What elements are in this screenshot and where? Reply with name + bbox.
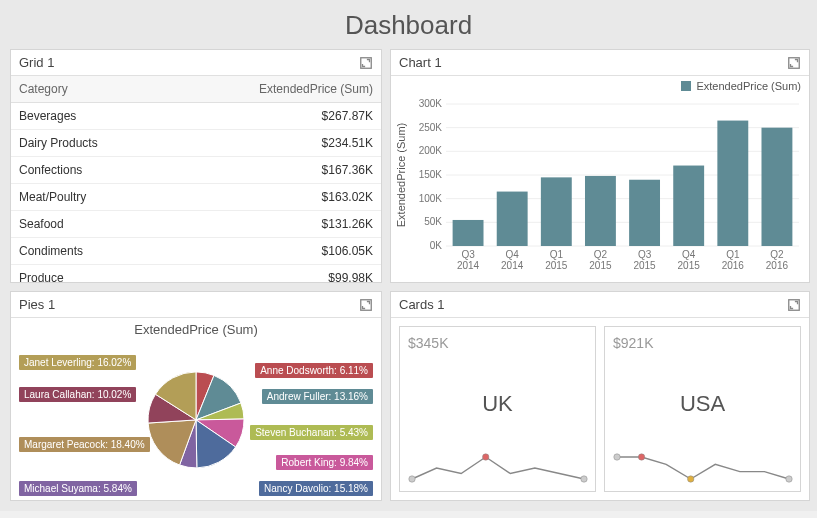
chart-panel: Chart 1 ExtendedPrice (Sum) 0K50K100K150… bbox=[390, 49, 810, 283]
svg-text:2015: 2015 bbox=[678, 260, 701, 271]
cell-value: $106.05K bbox=[167, 238, 381, 265]
svg-point-38 bbox=[614, 454, 620, 460]
bar[interactable] bbox=[541, 177, 572, 246]
svg-text:Q2: Q2 bbox=[594, 249, 608, 260]
sparkline bbox=[408, 453, 588, 483]
svg-text:Q1: Q1 bbox=[726, 249, 740, 260]
cell-value: $234.51K bbox=[167, 130, 381, 157]
bar[interactable] bbox=[717, 121, 748, 246]
pie-subtitle: ExtendedPrice (Sum) bbox=[11, 322, 381, 337]
grid-col-category[interactable]: Category bbox=[11, 76, 167, 103]
cell-category: Meat/Poultry bbox=[11, 184, 167, 211]
cell-category: Beverages bbox=[11, 103, 167, 130]
maximize-icon[interactable] bbox=[787, 298, 801, 312]
svg-text:100K: 100K bbox=[419, 193, 443, 204]
card[interactable]: $921KUSA bbox=[604, 326, 801, 492]
legend-label: ExtendedPrice (Sum) bbox=[696, 80, 801, 92]
card-value: $345K bbox=[408, 335, 587, 351]
card-value: $921K bbox=[613, 335, 792, 351]
svg-text:2014: 2014 bbox=[501, 260, 524, 271]
maximize-icon[interactable] bbox=[359, 56, 373, 70]
grid-title: Grid 1 bbox=[19, 55, 54, 70]
maximize-icon[interactable] bbox=[359, 298, 373, 312]
cell-value: $99.98K bbox=[167, 265, 381, 283]
svg-text:150K: 150K bbox=[419, 169, 443, 180]
svg-text:ExtendedPrice (Sum): ExtendedPrice (Sum) bbox=[395, 123, 407, 228]
svg-text:50K: 50K bbox=[424, 216, 442, 227]
table-row[interactable]: Confections$167.36K bbox=[11, 157, 381, 184]
chart-title: Chart 1 bbox=[399, 55, 442, 70]
cards-title: Cards 1 bbox=[399, 297, 445, 312]
svg-text:200K: 200K bbox=[419, 145, 443, 156]
maximize-icon[interactable] bbox=[787, 56, 801, 70]
cell-value: $131.26K bbox=[167, 211, 381, 238]
dashboard-title: Dashboard bbox=[0, 0, 817, 49]
cell-category: Condiments bbox=[11, 238, 167, 265]
svg-point-35 bbox=[409, 476, 415, 482]
bar[interactable] bbox=[761, 128, 792, 246]
svg-point-36 bbox=[483, 454, 489, 460]
pie-label: Anne Dodsworth: 6.11% bbox=[255, 363, 373, 378]
bar-chart: 0K50K100K150K200K250K300KExtendedPrice (… bbox=[391, 76, 809, 282]
card[interactable]: $345KUK bbox=[399, 326, 596, 492]
pie-label: Robert King: 9.84% bbox=[276, 455, 373, 470]
svg-text:250K: 250K bbox=[419, 122, 443, 133]
svg-point-40 bbox=[688, 476, 694, 482]
svg-text:Q4: Q4 bbox=[682, 249, 696, 260]
svg-text:Q3: Q3 bbox=[638, 249, 652, 260]
svg-text:Q4: Q4 bbox=[506, 249, 520, 260]
pie-label: Michael Suyama: 5.84% bbox=[19, 481, 137, 496]
cell-value: $163.02K bbox=[167, 184, 381, 211]
pies-panel: Pies 1 ExtendedPrice (Sum) Anne Dodswort… bbox=[10, 291, 382, 501]
pie-label: Janet Leverling: 16.02% bbox=[19, 355, 136, 370]
pie-label: Andrew Fuller: 13.16% bbox=[262, 389, 373, 404]
cell-value: $167.36K bbox=[167, 157, 381, 184]
sparkline bbox=[613, 453, 793, 483]
svg-text:2015: 2015 bbox=[545, 260, 568, 271]
svg-text:300K: 300K bbox=[419, 98, 443, 109]
pie-label: Laura Callahan: 10.02% bbox=[19, 387, 136, 402]
pie-label: Steven Buchanan: 5.43% bbox=[250, 425, 373, 440]
bar[interactable] bbox=[497, 192, 528, 246]
legend-swatch bbox=[681, 81, 691, 91]
cell-value: $267.87K bbox=[167, 103, 381, 130]
svg-text:2016: 2016 bbox=[722, 260, 745, 271]
cell-category: Produce bbox=[11, 265, 167, 283]
svg-text:2015: 2015 bbox=[589, 260, 612, 271]
cards-panel: Cards 1 $345KUK$921KUSA bbox=[390, 291, 810, 501]
svg-text:2015: 2015 bbox=[633, 260, 656, 271]
bar[interactable] bbox=[453, 220, 484, 246]
svg-text:Q1: Q1 bbox=[550, 249, 564, 260]
svg-point-37 bbox=[581, 476, 587, 482]
bar[interactable] bbox=[629, 180, 660, 246]
svg-text:Q2: Q2 bbox=[770, 249, 784, 260]
svg-text:Q3: Q3 bbox=[461, 249, 475, 260]
table-row[interactable]: Beverages$267.87K bbox=[11, 103, 381, 130]
svg-text:2016: 2016 bbox=[766, 260, 789, 271]
grid-panel: Grid 1 Category ExtendedPrice (Sum) Beve… bbox=[10, 49, 382, 283]
table-row[interactable]: Produce$99.98K bbox=[11, 265, 381, 283]
cell-category: Dairy Products bbox=[11, 130, 167, 157]
pies-title: Pies 1 bbox=[19, 297, 55, 312]
bar[interactable] bbox=[673, 166, 704, 246]
bar[interactable] bbox=[585, 176, 616, 246]
table-row[interactable]: Seafood$131.26K bbox=[11, 211, 381, 238]
data-grid[interactable]: Category ExtendedPrice (Sum) Beverages$2… bbox=[11, 76, 381, 282]
pie-label: Margaret Peacock: 18.40% bbox=[19, 437, 150, 452]
card-label: USA bbox=[680, 391, 725, 417]
pie-chart bbox=[148, 372, 244, 468]
table-row[interactable]: Meat/Poultry$163.02K bbox=[11, 184, 381, 211]
svg-text:0K: 0K bbox=[430, 240, 443, 251]
svg-point-39 bbox=[638, 454, 644, 460]
table-row[interactable]: Condiments$106.05K bbox=[11, 238, 381, 265]
table-row[interactable]: Dairy Products$234.51K bbox=[11, 130, 381, 157]
chart-legend: ExtendedPrice (Sum) bbox=[681, 80, 801, 92]
cell-category: Seafood bbox=[11, 211, 167, 238]
cell-category: Confections bbox=[11, 157, 167, 184]
card-label: UK bbox=[482, 391, 513, 417]
pie-label: Nancy Davolio: 15.18% bbox=[259, 481, 373, 496]
svg-point-41 bbox=[786, 476, 792, 482]
svg-text:2014: 2014 bbox=[457, 260, 480, 271]
grid-col-value[interactable]: ExtendedPrice (Sum) bbox=[167, 76, 381, 103]
